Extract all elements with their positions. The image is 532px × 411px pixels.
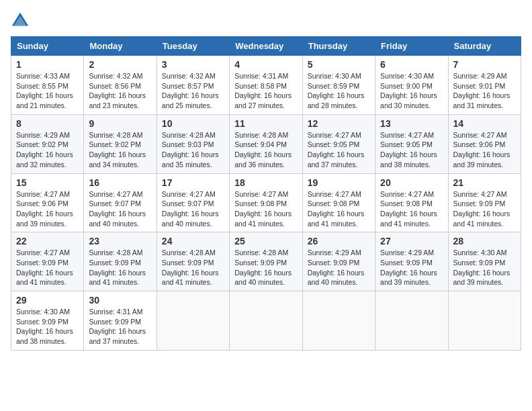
calendar-cell: 22 Sunrise: 4:27 AM Sunset: 9:09 PM Dayl…	[11, 232, 84, 291]
day-detail: Sunrise: 4:31 AM Sunset: 9:09 PM Dayligh…	[89, 307, 151, 347]
day-number: 1	[16, 59, 79, 70]
day-detail: Sunrise: 4:31 AM Sunset: 8:58 PM Dayligh…	[234, 71, 297, 111]
day-detail: Sunrise: 4:30 AM Sunset: 9:00 PM Dayligh…	[380, 71, 443, 111]
calendar-cell: 19 Sunrise: 4:27 AM Sunset: 9:08 PM Dayl…	[302, 173, 375, 232]
calendar-cell: 5 Sunrise: 4:30 AM Sunset: 8:59 PM Dayli…	[302, 56, 375, 115]
calendar-header-row: SundayMondayTuesdayWednesdayThursdayFrid…	[11, 37, 521, 56]
day-detail: Sunrise: 4:33 AM Sunset: 8:55 PM Dayligh…	[16, 71, 79, 111]
day-detail: Sunrise: 4:27 AM Sunset: 9:06 PM Dayligh…	[16, 189, 79, 229]
calendar-cell: 3 Sunrise: 4:32 AM Sunset: 8:57 PM Dayli…	[157, 56, 229, 115]
day-number: 7	[453, 59, 516, 70]
day-number: 8	[16, 118, 79, 129]
day-number: 5	[308, 59, 370, 70]
day-detail: Sunrise: 4:27 AM Sunset: 9:05 PM Dayligh…	[308, 130, 370, 170]
column-header-sunday: Sunday	[11, 37, 84, 56]
day-number: 20	[380, 177, 443, 188]
calendar-cell: 18 Sunrise: 4:27 AM Sunset: 9:08 PM Dayl…	[230, 173, 302, 232]
day-detail: Sunrise: 4:27 AM Sunset: 9:08 PM Dayligh…	[380, 189, 443, 229]
day-detail: Sunrise: 4:27 AM Sunset: 9:09 PM Dayligh…	[16, 248, 79, 287]
day-detail: Sunrise: 4:28 AM Sunset: 9:09 PM Dayligh…	[162, 248, 224, 287]
day-number: 10	[162, 118, 224, 129]
calendar-cell: 30 Sunrise: 4:31 AM Sunset: 9:09 PM Dayl…	[84, 291, 157, 351]
day-detail: Sunrise: 4:28 AM Sunset: 9:02 PM Dayligh…	[89, 130, 151, 170]
calendar-cell: 28 Sunrise: 4:30 AM Sunset: 9:09 PM Dayl…	[448, 232, 521, 291]
column-header-tuesday: Tuesday	[157, 37, 229, 56]
calendar-cell: 25 Sunrise: 4:28 AM Sunset: 9:09 PM Dayl…	[230, 232, 302, 291]
day-detail: Sunrise: 4:27 AM Sunset: 9:08 PM Dayligh…	[234, 189, 297, 229]
calendar-cell: 17 Sunrise: 4:27 AM Sunset: 9:07 PM Dayl…	[157, 173, 229, 232]
calendar-table: SundayMondayTuesdayWednesdayThursdayFrid…	[11, 36, 521, 351]
day-detail: Sunrise: 4:28 AM Sunset: 9:09 PM Dayligh…	[89, 248, 151, 287]
day-detail: Sunrise: 4:29 AM Sunset: 9:01 PM Dayligh…	[453, 71, 516, 111]
day-detail: Sunrise: 4:29 AM Sunset: 9:09 PM Dayligh…	[380, 248, 443, 287]
day-detail: Sunrise: 4:27 AM Sunset: 9:07 PM Dayligh…	[89, 189, 151, 229]
calendar-cell: 29 Sunrise: 4:30 AM Sunset: 9:09 PM Dayl…	[11, 291, 84, 351]
day-detail: Sunrise: 4:30 AM Sunset: 8:59 PM Dayligh…	[308, 71, 370, 111]
calendar-cell: 6 Sunrise: 4:30 AM Sunset: 9:00 PM Dayli…	[375, 56, 448, 115]
day-number: 25	[234, 236, 297, 246]
calendar-cell	[448, 291, 521, 351]
day-detail: Sunrise: 4:32 AM Sunset: 8:57 PM Dayligh…	[162, 71, 224, 111]
day-number: 4	[234, 59, 297, 70]
day-number: 16	[89, 177, 151, 188]
calendar-week-row: 15 Sunrise: 4:27 AM Sunset: 9:06 PM Dayl…	[11, 173, 521, 232]
day-detail: Sunrise: 4:27 AM Sunset: 9:06 PM Dayligh…	[453, 130, 516, 170]
page-header	[11, 11, 521, 30]
calendar-cell: 24 Sunrise: 4:28 AM Sunset: 9:09 PM Dayl…	[157, 232, 229, 291]
calendar-cell: 23 Sunrise: 4:28 AM Sunset: 9:09 PM Dayl…	[84, 232, 157, 291]
day-number: 28	[453, 236, 516, 246]
day-detail: Sunrise: 4:27 AM Sunset: 9:08 PM Dayligh…	[308, 189, 370, 229]
day-number: 18	[234, 177, 297, 188]
day-number: 22	[16, 236, 79, 246]
column-header-saturday: Saturday	[448, 37, 521, 56]
day-number: 21	[453, 177, 516, 188]
day-number: 14	[453, 118, 516, 129]
calendar-week-row: 22 Sunrise: 4:27 AM Sunset: 9:09 PM Dayl…	[11, 232, 521, 291]
calendar-cell: 12 Sunrise: 4:27 AM Sunset: 9:05 PM Dayl…	[302, 114, 375, 173]
calendar-cell: 8 Sunrise: 4:29 AM Sunset: 9:02 PM Dayli…	[11, 114, 84, 173]
calendar-cell: 16 Sunrise: 4:27 AM Sunset: 9:07 PM Dayl…	[84, 173, 157, 232]
day-number: 24	[162, 236, 224, 246]
day-number: 11	[234, 118, 297, 129]
day-detail: Sunrise: 4:29 AM Sunset: 9:09 PM Dayligh…	[308, 248, 370, 287]
column-header-wednesday: Wednesday	[230, 37, 302, 56]
column-header-monday: Monday	[84, 37, 157, 56]
calendar-cell: 9 Sunrise: 4:28 AM Sunset: 9:02 PM Dayli…	[84, 114, 157, 173]
calendar-cell: 2 Sunrise: 4:32 AM Sunset: 8:56 PM Dayli…	[84, 56, 157, 115]
logo	[11, 11, 32, 30]
calendar-cell: 1 Sunrise: 4:33 AM Sunset: 8:55 PM Dayli…	[11, 56, 84, 115]
calendar-cell	[375, 291, 448, 351]
calendar-week-row: 1 Sunrise: 4:33 AM Sunset: 8:55 PM Dayli…	[11, 56, 521, 115]
calendar-cell: 26 Sunrise: 4:29 AM Sunset: 9:09 PM Dayl…	[302, 232, 375, 291]
calendar-cell: 20 Sunrise: 4:27 AM Sunset: 9:08 PM Dayl…	[375, 173, 448, 232]
day-number: 26	[308, 236, 370, 246]
day-detail: Sunrise: 4:28 AM Sunset: 9:04 PM Dayligh…	[234, 130, 297, 170]
day-number: 13	[380, 118, 443, 129]
calendar-cell	[157, 291, 229, 351]
day-detail: Sunrise: 4:27 AM Sunset: 9:09 PM Dayligh…	[453, 189, 516, 229]
calendar-cell: 13 Sunrise: 4:27 AM Sunset: 9:05 PM Dayl…	[375, 114, 448, 173]
day-detail: Sunrise: 4:27 AM Sunset: 9:05 PM Dayligh…	[380, 130, 443, 170]
calendar-cell: 4 Sunrise: 4:31 AM Sunset: 8:58 PM Dayli…	[230, 56, 302, 115]
day-number: 29	[16, 295, 79, 306]
calendar-cell	[230, 291, 302, 351]
day-detail: Sunrise: 4:27 AM Sunset: 9:07 PM Dayligh…	[162, 189, 224, 229]
calendar-cell	[302, 291, 375, 351]
day-detail: Sunrise: 4:30 AM Sunset: 9:09 PM Dayligh…	[16, 307, 79, 347]
calendar-cell: 10 Sunrise: 4:28 AM Sunset: 9:03 PM Dayl…	[157, 114, 229, 173]
day-number: 6	[380, 59, 443, 70]
day-number: 3	[162, 59, 224, 70]
column-header-friday: Friday	[375, 37, 448, 56]
day-number: 23	[89, 236, 151, 246]
day-detail: Sunrise: 4:28 AM Sunset: 9:09 PM Dayligh…	[234, 248, 297, 287]
day-detail: Sunrise: 4:32 AM Sunset: 8:56 PM Dayligh…	[89, 71, 151, 111]
calendar-cell: 11 Sunrise: 4:28 AM Sunset: 9:04 PM Dayl…	[230, 114, 302, 173]
day-number: 19	[308, 177, 370, 188]
day-number: 9	[89, 118, 151, 129]
logo-icon	[11, 11, 30, 30]
day-number: 17	[162, 177, 224, 188]
day-number: 27	[380, 236, 443, 246]
day-number: 30	[89, 295, 151, 306]
day-detail: Sunrise: 4:30 AM Sunset: 9:09 PM Dayligh…	[453, 248, 516, 287]
calendar-cell: 7 Sunrise: 4:29 AM Sunset: 9:01 PM Dayli…	[448, 56, 521, 115]
